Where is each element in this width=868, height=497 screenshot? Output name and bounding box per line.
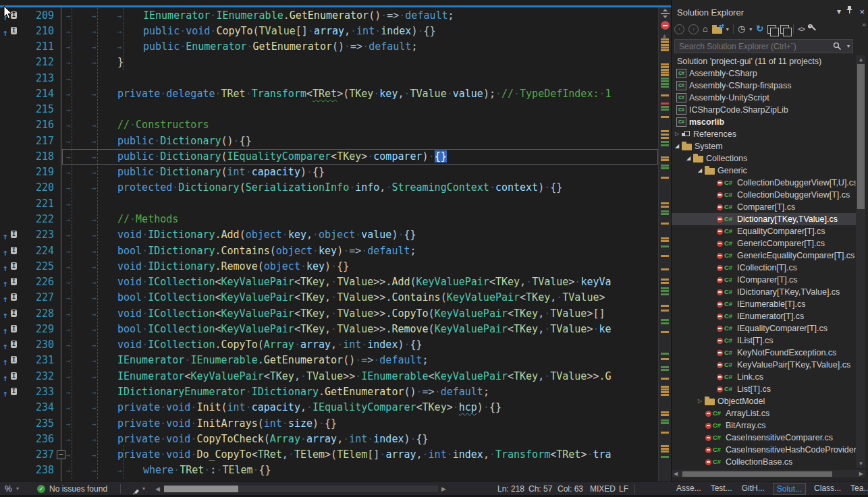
code-line[interactable]: 237−→→private·void·Do_CopyTo<TRet,·TElem… <box>0 447 671 463</box>
tree-item-file[interactable]: C#GenericEqualityComparer[T].cs <box>672 250 856 262</box>
code-line[interactable]: ↑I233→→IDictionaryEnumerator·IDictionary… <box>0 384 671 401</box>
code-line[interactable]: 214→→private·delegate·TRet·Transform<TRe… <box>0 86 671 103</box>
code-editor[interactable]: ↑I209→→→IEnumerator·IEnumerable.GetEnume… <box>0 0 671 481</box>
tree-item-file[interactable]: C#IDictionary[TKey,TValue].cs <box>672 286 856 298</box>
scroll-down-icon[interactable]: ▼ <box>859 461 864 467</box>
tree-item-file[interactable]: C#KeyValuePair[TKey,TValue].cs <box>672 359 856 371</box>
toolbar-overflow-icon[interactable]: » <box>862 20 866 28</box>
sync-dropdown-icon[interactable]: ▾ <box>726 26 729 32</box>
scrollbar-thumb[interactable] <box>682 471 832 477</box>
close-icon[interactable]: × <box>859 7 865 17</box>
collapse-arrow-icon[interactable]: ◢ <box>684 152 693 165</box>
override-indicator-icon[interactable]: ↑I <box>3 340 20 350</box>
override-indicator-icon[interactable]: ↑I <box>3 355 20 366</box>
tool-window-tab[interactable]: Class... <box>813 483 842 495</box>
code-line[interactable]: 221→ <box>0 196 671 212</box>
code-line[interactable]: 219→→public·Dictionary(int·capacity)·{} <box>0 165 671 181</box>
tree-item-file[interactable]: C#ICollection[T].cs <box>672 262 856 274</box>
code-line[interactable]: ↑I225→→void·IDictionary.Remove(object·ke… <box>0 259 671 275</box>
code-line[interactable]: 234→→private·void·Init(int·capacity,·IEq… <box>0 400 671 416</box>
pending-changes-filter-icon[interactable]: ◷ <box>738 24 745 34</box>
tool-window-tab[interactable]: Solut... <box>773 483 806 495</box>
code-line[interactable]: ↑I230→→void·ICollection.CopyTo(Array·arr… <box>0 337 671 353</box>
filter-dropdown-icon[interactable]: ▾ <box>749 26 752 32</box>
override-indicator-icon[interactable]: ↑I <box>3 246 20 256</box>
tool-window-tab[interactable]: Asse... <box>675 483 703 495</box>
code-line[interactable]: 212→→} <box>0 55 671 71</box>
tree-item-solution[interactable]: Solution 'project-gui' (11 of 11 project… <box>672 55 856 67</box>
tree-item-project[interactable]: C#Assembly-UnityScript <box>672 92 856 104</box>
expand-arrow-icon[interactable]: ▷ <box>695 395 705 407</box>
scroll-right-icon[interactable]: ▶ <box>859 471 863 477</box>
code-line[interactable]: ↑I231→→IEnumerator·IEnumerable.GetEnumer… <box>0 353 671 369</box>
tree-item-file[interactable]: C#EqualityComparer[T].cs <box>672 225 856 237</box>
code-line[interactable]: 238→→→where·TRet·:·TElem·{} <box>0 463 671 479</box>
scrollbar-thumb[interactable] <box>857 64 865 209</box>
window-position-icon[interactable]: ▾ <box>837 7 841 16</box>
tool-window-tab[interactable]: GitH... <box>740 483 766 495</box>
code-line[interactable]: ↑I229→→bool·ICollection<KeyValuePair<TKe… <box>0 322 671 338</box>
tree-item-project[interactable]: C#ICSharpCode.SharpZipLib <box>672 104 856 116</box>
search-dropdown-icon[interactable]: ▾ <box>847 43 850 49</box>
tree-horizontal-scrollbar[interactable]: ◀ ▶ <box>672 470 865 477</box>
tree-item-project[interactable]: C#mscorlib <box>672 116 856 128</box>
code-line[interactable]: ↑I232→→IEnumerator<KeyValuePair<TKey,·TV… <box>0 369 671 385</box>
scroll-right-icon[interactable]: ▶ <box>441 482 446 496</box>
pin-icon[interactable] <box>846 5 853 16</box>
code-line[interactable]: 216→→//·Constructors <box>0 117 671 134</box>
forward-icon[interactable]: › <box>688 24 699 34</box>
override-indicator-icon[interactable]: ↑I <box>3 324 20 334</box>
tree-item-file[interactable]: C#ArrayList.cs <box>672 407 856 419</box>
sync-with-active-document-icon[interactable] <box>712 27 722 34</box>
show-all-files-icon[interactable] <box>780 25 789 34</box>
code-line[interactable]: ↑I227→→bool·ICollection<KeyValuePair<TKe… <box>0 290 671 306</box>
tree-item-file[interactable]: C#IList[T].cs <box>672 334 856 347</box>
search-icon[interactable] <box>833 41 842 53</box>
override-indicator-icon[interactable]: ↑I <box>3 277 20 287</box>
tree-item-file[interactable]: C#IEqualityComparer[T].cs <box>672 322 856 334</box>
tree-item-file[interactable]: C#BitArray.cs <box>672 419 856 432</box>
editor-scrollbar[interactable]: ▲ <box>658 7 671 481</box>
properties-wrench-icon[interactable] <box>808 23 817 35</box>
zoom-control[interactable]: % <box>5 482 12 496</box>
code-line[interactable]: 211→→→public·Enumerator·GetEnumerator()·… <box>0 39 671 55</box>
override-indicator-icon[interactable]: ↑I <box>3 372 20 382</box>
expand-arrow-icon[interactable]: ▷ <box>672 128 682 140</box>
tree-item-folder[interactable]: ◢System <box>672 140 856 152</box>
code-line[interactable]: 235→→private·void·InitArrays(int·size)·{… <box>0 416 671 432</box>
code-line[interactable]: 215→ <box>0 102 671 118</box>
tree-item-file[interactable]: C#Dictionary[TKey,TValue].cs <box>672 213 856 225</box>
splitter-icon[interactable] <box>660 9 670 18</box>
document-health-error-icon[interactable] <box>661 21 670 30</box>
issues-label[interactable]: No issues found <box>49 482 107 496</box>
collapse-all-icon[interactable] <box>767 25 776 34</box>
code-line[interactable]: ↑I210→→→public·void·CopyTo(TValue[]·arra… <box>0 24 671 40</box>
tree-item-refs[interactable]: ▷References <box>672 128 856 140</box>
collapse-arrow-icon[interactable]: ◢ <box>695 165 705 177</box>
tree-item-file[interactable]: C#CollectionDebuggerView[T,U].cs <box>672 177 856 189</box>
tree-item-file[interactable]: C#CollectionBase.cs <box>672 456 856 468</box>
tree-vertical-scrollbar[interactable]: ▲ ▼ <box>856 55 865 468</box>
code-line[interactable]: 220→→protected·Dictionary(SerializationI… <box>0 180 671 196</box>
home-icon[interactable]: ⌂ <box>703 24 708 34</box>
code-line[interactable]: ↑I226→→void·ICollection<KeyValuePair<TKe… <box>0 274 671 291</box>
override-indicator-icon[interactable]: ↑I <box>3 309 20 319</box>
code-line[interactable]: ↑I223→→void·IDictionary.Add(object·key,·… <box>0 227 671 243</box>
view-code-icon[interactable]: <> <box>798 24 804 34</box>
back-icon[interactable]: ‹ <box>674 24 684 34</box>
code-line[interactable]: 213→ <box>0 71 671 87</box>
search-input[interactable] <box>678 40 825 52</box>
collapse-region-icon[interactable]: − <box>57 450 65 459</box>
code-line[interactable]: 222→→//·Methods <box>0 212 671 228</box>
tree-item-file[interactable]: C#GenericComparer[T].cs <box>672 237 856 250</box>
override-indicator-icon[interactable]: ↑I <box>3 230 20 240</box>
tool-window-tab[interactable]: Test... <box>709 483 734 495</box>
override-indicator-icon[interactable]: ↑I <box>3 387 20 397</box>
override-indicator-icon[interactable]: ↑I <box>3 293 20 303</box>
horizontal-scrollbar-thumb[interactable] <box>164 486 238 492</box>
tree-item-project[interactable]: C#Assembly-CSharp-firstpass <box>672 80 856 92</box>
override-indicator-icon[interactable]: ↑I <box>3 26 20 36</box>
override-indicator-icon[interactable]: ↑I <box>3 262 20 272</box>
code-line[interactable]: 217→→public·Dictionary()·{} <box>0 134 671 150</box>
tree-item-folder[interactable]: ▷ObjectModel <box>672 395 856 407</box>
